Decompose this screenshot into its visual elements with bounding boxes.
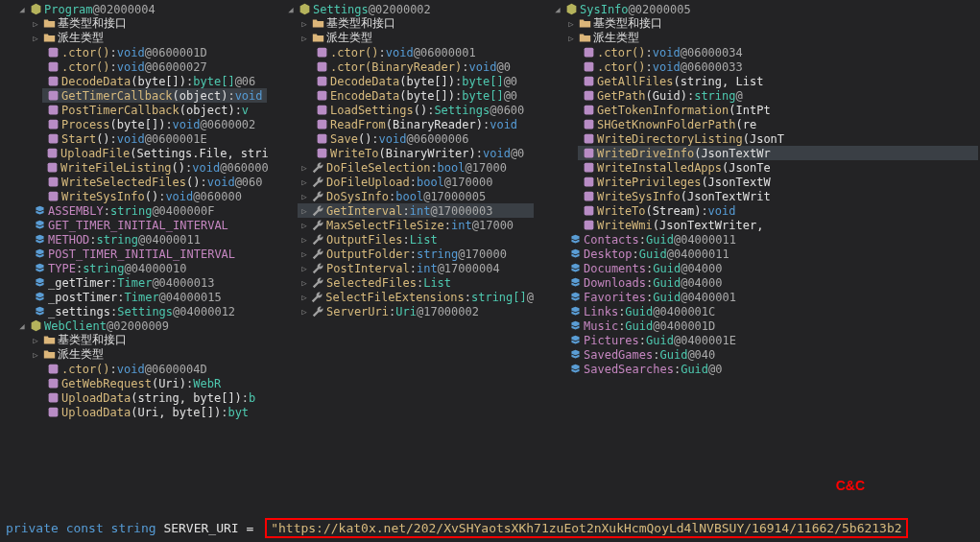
method-node[interactable]: .ctor() : void @06000034: [578, 45, 978, 59]
method-node[interactable]: UploadData(string, byte[]) : b: [42, 390, 267, 405]
method-node[interactable]: WritePrivileges(JsonTextW: [578, 175, 978, 189]
chevron-icon[interactable]: ▷: [299, 192, 309, 201]
chevron-icon[interactable]: ▷: [31, 19, 40, 29]
property-node[interactable]: ▷OutputFolder : string @170000: [298, 247, 534, 261]
chevron-icon[interactable]: ▷: [299, 177, 309, 187]
property-node[interactable]: ▷PostInterval : int @17000004: [298, 261, 534, 275]
property-node[interactable]: ▷DoSysInfo : bool @17000005: [298, 189, 534, 203]
method-node[interactable]: GetTokenInformation(IntPt: [578, 103, 978, 117]
property-node[interactable]: ▷ServerUri : Uri @17000002: [298, 304, 534, 318]
method-node[interactable]: SHGetKnownFolderPath(re: [578, 117, 978, 131]
field-node[interactable]: Pictures : Guid @0400001E: [564, 333, 978, 347]
field-node[interactable]: GET_TIMER_INITIAL_INTERVAL: [29, 218, 267, 232]
property-node[interactable]: ▷OutputFiles : List: [298, 232, 534, 247]
chevron-icon[interactable]: ▷: [566, 19, 576, 29]
method-node[interactable]: WriteTo(Stream) : void: [578, 203, 978, 218]
class-node[interactable]: ◢SysInfo @02000005: [551, 2, 978, 16]
field-node[interactable]: Music : Guid @0400001D: [564, 318, 978, 333]
chevron-icon[interactable]: ▷: [299, 293, 309, 302]
method-node[interactable]: .ctor() : void @0600004D: [42, 362, 267, 376]
field-node[interactable]: TYPE : string @04000010: [29, 261, 267, 275]
field-node[interactable]: Contacts : Guid @04000011: [564, 232, 978, 247]
method-node[interactable]: .ctor(BinaryReader) : void @0: [311, 59, 534, 74]
class-node[interactable]: ◢Program @02000004: [15, 2, 267, 16]
chevron-icon[interactable]: ▷: [299, 19, 309, 29]
property-node[interactable]: ▷SelectFileExtensions : string[] @: [298, 290, 534, 304]
field-node[interactable]: ASSEMBLY : string @0400000F: [29, 203, 267, 218]
method-node[interactable]: WriteFileListing() : void @0600001: [42, 160, 267, 175]
folder-node[interactable]: ▷派生类型: [29, 347, 267, 362]
folder-node[interactable]: ▷派生类型: [29, 31, 267, 45]
class-node[interactable]: ◢WebClient @02000009: [15, 318, 267, 333]
method-node[interactable]: .ctor() : void @06000027: [42, 59, 267, 74]
folder-node[interactable]: ▷基类型和接口: [298, 16, 534, 31]
property-node[interactable]: ▷DoFileSelection : bool @17000: [298, 160, 534, 175]
method-node[interactable]: Save() : void @06000006: [311, 131, 534, 146]
method-node[interactable]: PostTimerCallback(object) : v: [42, 103, 267, 117]
chevron-icon[interactable]: ▷: [299, 221, 309, 230]
field-node[interactable]: _settings : Settings @04000012: [29, 304, 267, 318]
folder-node[interactable]: ▷派生类型: [298, 31, 534, 45]
method-node[interactable]: .ctor() : void @0600001D: [42, 45, 267, 59]
chevron-icon[interactable]: ▷: [31, 336, 40, 345]
chevron-icon[interactable]: ▷: [299, 34, 309, 43]
property-node[interactable]: ▷GetInterval : int @17000003: [298, 203, 534, 218]
chevron-icon[interactable]: ▷: [299, 307, 309, 317]
chevron-icon[interactable]: ▷: [566, 34, 576, 43]
method-node[interactable]: WriteWmi(JsonTextWriter,: [578, 218, 978, 232]
method-node[interactable]: EncodeData(byte[]) : byte[] @0: [311, 88, 534, 103]
method-node[interactable]: DecodeData(byte[]) : byte[] @0: [311, 74, 534, 88]
method-node[interactable]: WriteSysInfo() : void @060000: [42, 189, 267, 203]
field-node[interactable]: POST_TIMER_INITIAL_INTERVAL: [29, 247, 267, 261]
chevron-icon[interactable]: ◢: [17, 321, 27, 331]
field-node[interactable]: Documents : Guid @04000: [564, 261, 978, 275]
field-node[interactable]: Links : Guid @0400001C: [564, 304, 978, 318]
field-node[interactable]: Desktop : Guid @04000011: [564, 247, 978, 261]
method-node[interactable]: UploadData(Uri, byte[]) : byt: [42, 405, 267, 419]
chevron-icon[interactable]: ▷: [31, 34, 40, 43]
method-node[interactable]: .ctor() : void @06000001: [311, 45, 534, 59]
method-node[interactable]: GetPath(Guid) : string @: [578, 88, 978, 103]
method-node[interactable]: WriteDriveInfo(JsonTextWr: [578, 146, 978, 160]
method-node[interactable]: GetTimerCallback(object) : void: [42, 88, 267, 103]
field-node[interactable]: SavedGames : Guid @040: [564, 347, 978, 362]
chevron-icon[interactable]: ▷: [299, 278, 309, 288]
class-node[interactable]: ◢Settings @02000002: [284, 2, 534, 16]
method-node[interactable]: .ctor() : void @06000033: [578, 59, 978, 74]
chevron-icon[interactable]: ▷: [299, 235, 309, 245]
method-node[interactable]: DecodeData(byte[]) : byte[] @06: [42, 74, 267, 88]
method-node[interactable]: WriteSysInfo(JsonTextWrit: [578, 189, 978, 203]
method-node[interactable]: Start() : void @0600001E: [42, 131, 267, 146]
method-node[interactable]: WriteDirectoryListing(JsonT: [578, 131, 978, 146]
method-node[interactable]: WriteTo(BinaryWriter) : void @0: [311, 146, 534, 160]
field-node[interactable]: SavedSearches : Guid @0: [564, 362, 978, 376]
field-node[interactable]: Favorites : Guid @0400001: [564, 290, 978, 304]
property-node[interactable]: ▷DoFileUpload : bool @170000: [298, 175, 534, 189]
method-node[interactable]: WriteSelectedFiles() : void @060: [42, 175, 267, 189]
method-node[interactable]: GetWebRequest(Uri) : WebR: [42, 376, 267, 390]
method-node[interactable]: ReadFrom(BinaryReader) : void: [311, 117, 534, 131]
method-node[interactable]: Process(byte[]) : void @0600002: [42, 117, 267, 131]
field-node[interactable]: _getTimer : Timer @04000013: [29, 275, 267, 290]
method-node[interactable]: GetAllFiles(string, List: [578, 74, 978, 88]
chevron-icon[interactable]: ▷: [31, 350, 40, 360]
field-node[interactable]: METHOD : string @04000011: [29, 232, 267, 247]
chevron-icon[interactable]: ▷: [299, 206, 309, 216]
folder-node[interactable]: ▷基类型和接口: [29, 16, 267, 31]
field-node[interactable]: _postTimer : Timer @04000015: [29, 290, 267, 304]
folder-node[interactable]: ▷派生类型: [564, 31, 978, 45]
chevron-icon[interactable]: ▷: [299, 163, 309, 173]
method-node[interactable]: WriteInstalledApps(JsonTe: [578, 160, 978, 175]
method-node[interactable]: LoadSettings() : Settings @0600: [311, 103, 534, 117]
chevron-icon[interactable]: ◢: [17, 5, 27, 14]
property-node[interactable]: ▷MaxSelectFileSize : int @17000: [298, 218, 534, 232]
folder-node[interactable]: ▷基类型和接口: [29, 333, 267, 347]
chevron-icon[interactable]: ◢: [286, 5, 296, 14]
property-node[interactable]: ▷SelectedFiles : List: [298, 275, 534, 290]
field-node[interactable]: Downloads : Guid @04000: [564, 275, 978, 290]
chevron-icon[interactable]: ◢: [553, 5, 562, 14]
chevron-icon[interactable]: ▷: [299, 264, 309, 273]
method-node[interactable]: UploadFile(Settings.File, string) :: [42, 146, 267, 160]
chevron-icon[interactable]: ▷: [299, 249, 309, 259]
folder-node[interactable]: ▷基类型和接口: [564, 16, 978, 31]
